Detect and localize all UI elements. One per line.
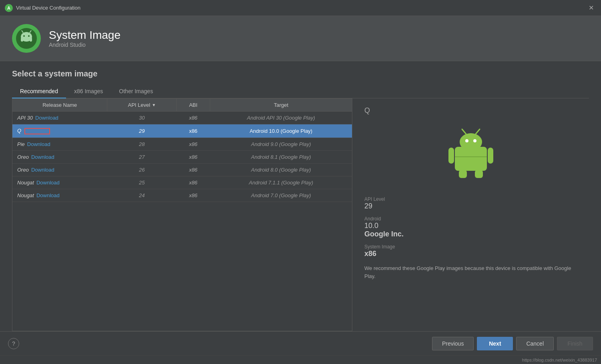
previous-button[interactable]: Previous [432,337,474,350]
sort-arrow-icon: ▼ [152,103,156,107]
table-row[interactable]: PieDownload28x86Android 9.0 (Google Play… [12,138,352,150]
status-url: https://blog.csdn.net/weixin_43883917 [522,358,597,362]
release-name-text: Oreo [17,167,29,173]
content-row: Release Name API Level ▼ ABI Target [12,98,589,331]
page-title: Select a system image [12,69,589,78]
release-name-cell: NougatDownload [12,176,107,189]
target-cell: Android 7.0 (Google Play) [210,189,352,202]
download-link[interactable]: Download [36,192,60,198]
target-cell: Android API 30 (Google Play) [210,112,352,124]
api-level-label: API Level [128,102,151,108]
main-content: System Image Android Studio Select a sys… [0,16,601,364]
android-studio-logo [12,24,41,53]
svg-text:A: A [7,6,10,10]
vendor-value: Google Inc. [364,230,577,238]
android-version-value: 10.0 [364,222,577,230]
table-row[interactable]: NougatDownload24x86Android 7.0 (Google P… [12,189,352,202]
next-button[interactable]: Next [477,337,513,350]
system-image-value: x86 [364,250,577,258]
android-label-side: Android [364,216,577,222]
api-level-cell: 28 [107,138,177,150]
android-robot-icon [447,127,495,179]
target-cell: Android 7.1.1 (Google Play) [210,176,352,189]
release-name-text: Oreo [17,154,29,160]
tab-recommended[interactable]: Recommended [12,85,66,98]
title-bar: A Virtual Device Configuration ✕ [0,0,601,16]
bottom-bar: ? Previous Next Cancel Finish [0,331,601,355]
col-target: Target [210,99,352,112]
red-highlight-box [24,128,50,134]
release-name-text: API 30 [17,115,33,121]
target-cell: Android 8.1 (Google Play) [210,150,352,163]
table-row[interactable]: OreoDownload27x86Android 8.1 (Google Pla… [12,150,352,163]
title-bar-left: A Virtual Device Configuration [5,4,80,12]
api-level-label-side: API Level [364,196,577,202]
tab-x86-images[interactable]: x86 Images [66,85,111,98]
svg-point-13 [465,139,468,142]
svg-line-15 [462,129,466,134]
svg-point-8 [28,35,30,37]
bottom-left: ? [8,338,19,349]
release-name-text: Pie [17,141,25,147]
target-cell: Android 10.0 (Google Play) [210,124,352,138]
api-level-cell: 26 [107,163,177,176]
header-text: System Image Android Studio [49,29,121,48]
recommend-text: We recommend these Google Play images be… [364,264,577,280]
api-level-cell: 25 [107,176,177,189]
abi-cell: x86 [177,150,210,163]
table-row[interactable]: NougatDownload25x86Android 7.1.1 (Google… [12,176,352,189]
svg-point-7 [23,35,25,37]
api-level-cell: 30 [107,112,177,124]
table-row[interactable]: Q29x86Android 10.0 (Google Play) [12,124,352,138]
target-cell: Android 9.0 (Google Play) [210,138,352,150]
api-level-cell: 27 [107,150,177,163]
app-icon: A [5,4,13,12]
table-panel: Release Name API Level ▼ ABI Target [12,98,352,331]
target-cell: Android 8.0 (Google Play) [210,163,352,176]
svg-rect-5 [21,38,23,42]
release-name-cell: OreoDownload [12,163,107,176]
download-link[interactable]: Download [27,141,50,147]
abi-cell: x86 [177,138,210,150]
svg-rect-6 [30,38,32,42]
close-button[interactable]: ✕ [586,3,596,12]
table-body: API 30Download30x86Android API 30 (Googl… [12,112,352,202]
table-row[interactable]: API 30Download30x86Android API 30 (Googl… [12,112,352,124]
release-name-cell: OreoDownload [12,150,107,163]
side-release-letter: Q [364,106,370,115]
system-image-label-side: System Image [364,244,577,250]
release-name-text: Q [17,128,21,134]
abi-cell: x86 [177,163,210,176]
help-button[interactable]: ? [8,338,19,349]
body-area: Select a system image Recommended x86 Im… [0,61,601,331]
tabs-container: Recommended x86 Images Other Images [12,85,589,98]
header-subtitle: Android Studio [49,42,121,48]
abi-cell: x86 [177,112,210,124]
table-header-row: Release Name API Level ▼ ABI Target [12,99,352,112]
api-level-value: 29 [364,202,577,210]
download-link[interactable]: Download [31,167,54,173]
svg-point-14 [473,139,476,142]
system-image-table: Release Name API Level ▼ ABI Target [12,99,352,202]
download-link[interactable]: Download [31,154,54,160]
release-name-text: Nougat [17,192,34,198]
svg-rect-20 [475,170,483,178]
bottom-right: Previous Next Cancel Finish [432,337,593,350]
release-name-cell: PieDownload [12,138,107,150]
side-info: API Level 29 Android 10.0 Google Inc. Sy… [364,191,577,280]
table-row[interactable]: OreoDownload26x86Android 8.0 (Google Pla… [12,163,352,176]
api-level-cell: 24 [107,189,177,202]
api-level-cell: 29 [107,124,177,138]
release-name-cell: API 30Download [12,112,107,124]
col-abi: ABI [177,99,210,112]
tab-other-images[interactable]: Other Images [111,85,161,98]
header-area: System Image Android Studio [0,16,601,61]
cancel-button[interactable]: Cancel [516,337,554,350]
release-name-text: Nougat [17,180,34,186]
abi-cell: x86 [177,176,210,189]
download-link[interactable]: Download [35,115,58,121]
download-link[interactable]: Download [36,180,60,186]
release-name-cell: NougatDownload [12,189,107,202]
col-api-level[interactable]: API Level ▼ [107,99,177,112]
header-title: System Image [49,29,121,42]
